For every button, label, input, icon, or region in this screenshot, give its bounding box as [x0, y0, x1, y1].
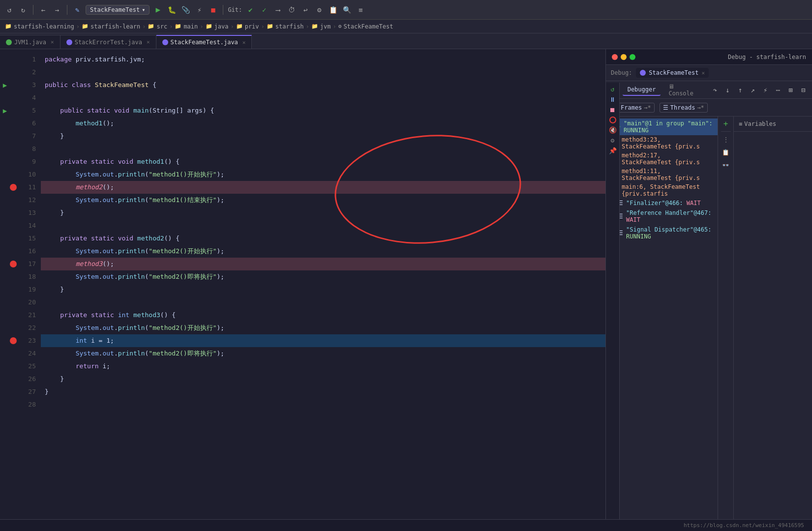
- tab-stackfeame-close[interactable]: ✕: [242, 39, 246, 46]
- step-over-btn[interactable]: ↷: [710, 85, 720, 95]
- tab-jvm1[interactable]: JVM1.java ✕: [0, 35, 60, 49]
- stop-icon[interactable]: ■: [208, 4, 218, 15]
- breakpoint-23[interactable]: [10, 337, 17, 344]
- refresh2-icon[interactable]: ↻: [18, 4, 29, 15]
- tab-stackfeame[interactable]: StackFeameTest.java ✕: [156, 35, 252, 49]
- tab-stackerror[interactable]: StackErrorTest.java ✕: [60, 35, 156, 49]
- profile-icon[interactable]: ⚡: [194, 4, 205, 15]
- forward-icon[interactable]: →: [52, 4, 62, 15]
- debug-body: ▼ ✔ "main"@1 in group "main": RUNNING me…: [606, 117, 812, 531]
- tl-minimize[interactable]: [621, 54, 627, 60]
- debug-toolbar: ▶ Debugger 🖥 Console ↷ ↓ ↑ ↗ ⚡ ⋯ ⊞ ⊟: [606, 81, 812, 99]
- breakpoint-11[interactable]: [10, 184, 17, 191]
- git-settings-icon[interactable]: ⚙: [314, 4, 325, 15]
- debug-panel: Debug - starfish-learn Debug: StackFeame…: [605, 49, 812, 531]
- reference-handler-thread-item[interactable]: ▶ ☰ "Reference Handler"@467: WAIT: [606, 208, 718, 225]
- debug-session-close[interactable]: ✕: [702, 70, 705, 76]
- debug-extra1[interactable]: ⋯: [773, 85, 783, 95]
- stack-frame-method2[interactable]: method2:17, StackFeameTest {priv.s: [606, 151, 718, 167]
- side-scroll-btn[interactable]: ⋮: [721, 135, 731, 145]
- bug-icon[interactable]: 🐛: [166, 4, 177, 15]
- thread-list: ▼ ✔ "main"@1 in group "main": RUNNING me…: [606, 117, 718, 531]
- side-divider: [721, 131, 731, 132]
- menu-icon[interactable]: ≡: [355, 4, 366, 15]
- code-line-1: package priv.starfish.jvm;: [41, 53, 605, 66]
- git-tick-icon[interactable]: ✔: [245, 4, 256, 15]
- code-line-17: method3();: [41, 258, 605, 270]
- run-to-cursor-btn[interactable]: ↗: [748, 85, 758, 95]
- breadcrumb-module[interactable]: starfish-learn: [90, 23, 140, 30]
- project-name: StackFeameTest: [90, 6, 140, 13]
- code-line-10: System.out.println("method1()开始执行");: [41, 168, 605, 181]
- breadcrumb-priv[interactable]: priv: [245, 23, 259, 30]
- debug-left-icons: ↺ ⏸ ⏹ 🔇 ⚙ 📌: [606, 83, 620, 531]
- refresh-icon[interactable]: ↺: [4, 4, 15, 15]
- code-line-3: public class StackFeameTest {: [41, 79, 605, 91]
- git-undo-icon[interactable]: ↩: [300, 4, 311, 15]
- debug-extra2[interactable]: ⊞: [786, 85, 796, 95]
- code-line-5: public static void main(String[] args) {: [41, 104, 605, 117]
- stack-frame-method3[interactable]: method3:23, StackFeameTest {priv.s: [606, 135, 718, 151]
- debug-breakpoints-icon[interactable]: [609, 117, 616, 123]
- debug-rerun-icon[interactable]: ↺: [611, 86, 615, 93]
- git-merge-icon[interactable]: ⟶: [272, 4, 283, 15]
- git-copy-icon[interactable]: 📋: [328, 4, 338, 15]
- code-line-25: return i;: [41, 360, 605, 373]
- debug-header: Debug: StackFeameTest ✕: [606, 65, 812, 81]
- code-line-7: }: [41, 130, 605, 143]
- breadcrumb-project[interactable]: starfish-learning: [14, 23, 74, 30]
- debug-titlebar: Debug - starfish-learn: [606, 49, 812, 65]
- tab-jvm1-label: JVM1.java: [14, 39, 46, 46]
- step-out-btn[interactable]: ↑: [735, 85, 745, 95]
- breakpoint-17[interactable]: [10, 261, 17, 267]
- stack-frame-method1[interactable]: method1:11, StackFeameTest {priv.s: [606, 167, 718, 182]
- breadcrumb-src[interactable]: src: [156, 23, 167, 30]
- side-glasses-btn[interactable]: 👓: [721, 160, 731, 170]
- tab-debugger[interactable]: Debugger: [623, 84, 661, 96]
- add-watch-btn[interactable]: +: [721, 118, 731, 128]
- back-icon[interactable]: ←: [38, 4, 49, 15]
- threads-btn[interactable]: ☰ Threads →*: [660, 103, 708, 113]
- debug-session[interactable]: StackFeameTest ✕: [636, 68, 709, 78]
- main-content: ▶ ▶: [0, 49, 812, 531]
- breadcrumb-file[interactable]: StackFeameTest: [343, 23, 393, 30]
- stack-frame-main[interactable]: main:6, StackFeameTest {priv.starfis: [606, 182, 718, 198]
- run-icon[interactable]: ▶: [152, 4, 163, 15]
- git-clock-icon[interactable]: ⏱: [286, 4, 297, 15]
- tab-console[interactable]: 🖥 Console: [663, 81, 704, 99]
- breadcrumb-main[interactable]: main: [183, 23, 198, 30]
- evaluate-btn[interactable]: ⚡: [760, 85, 770, 95]
- signal-thread-name: "Signal Dispatcher"@465: RUNNING: [626, 226, 714, 240]
- code-editor: ▶ ▶: [0, 49, 605, 531]
- tab-stackfeame-label: StackFeameTest.java: [171, 39, 238, 46]
- variables-label: Variables: [744, 120, 776, 127]
- debug-extra3[interactable]: ⊟: [798, 85, 808, 95]
- frames-arrow: →*: [644, 104, 651, 111]
- debug-stop-icon[interactable]: ⏹: [609, 106, 616, 114]
- edit-icon[interactable]: ✎: [72, 4, 83, 15]
- debug-pause-icon[interactable]: ⏸: [609, 96, 616, 103]
- tab-stackerror-close[interactable]: ✕: [147, 39, 150, 45]
- code-line-27: }: [41, 385, 605, 398]
- breadcrumb-java[interactable]: java: [214, 23, 229, 30]
- tl-maximize[interactable]: [630, 54, 635, 60]
- coverage-icon[interactable]: 📎: [180, 4, 191, 15]
- tl-close[interactable]: [612, 54, 618, 60]
- signal-dispatcher-thread-item[interactable]: ▶ ☰ "Signal Dispatcher"@465: RUNNING: [606, 225, 718, 241]
- debug-mute-icon[interactable]: 🔇: [609, 126, 617, 134]
- breadcrumb-jvm[interactable]: jvm: [320, 23, 331, 30]
- debug-pin-icon[interactable]: 📌: [609, 147, 617, 154]
- tab-jvm1-close[interactable]: ✕: [51, 39, 54, 45]
- debug-settings-icon2[interactable]: ⚙: [611, 137, 615, 144]
- breadcrumb-starfish[interactable]: starfish: [275, 23, 304, 30]
- side-copy-btn[interactable]: 📋: [721, 148, 731, 157]
- search-icon[interactable]: 🔍: [341, 4, 352, 15]
- finalizer-thread-item[interactable]: ▶ ☰ "Finalizer"@466: WAIT: [606, 198, 718, 208]
- main-thread-item[interactable]: ▼ ✔ "main"@1 in group "main": RUNNING: [606, 118, 718, 135]
- code-line-4: [41, 91, 605, 104]
- threads-arrow: →*: [697, 104, 704, 111]
- code-line-23: int i = 1;: [41, 334, 605, 347]
- git-check-icon[interactable]: ✓: [259, 4, 270, 15]
- project-selector[interactable]: StackFeameTest ▾: [86, 5, 150, 15]
- step-into-btn[interactable]: ↓: [722, 85, 732, 95]
